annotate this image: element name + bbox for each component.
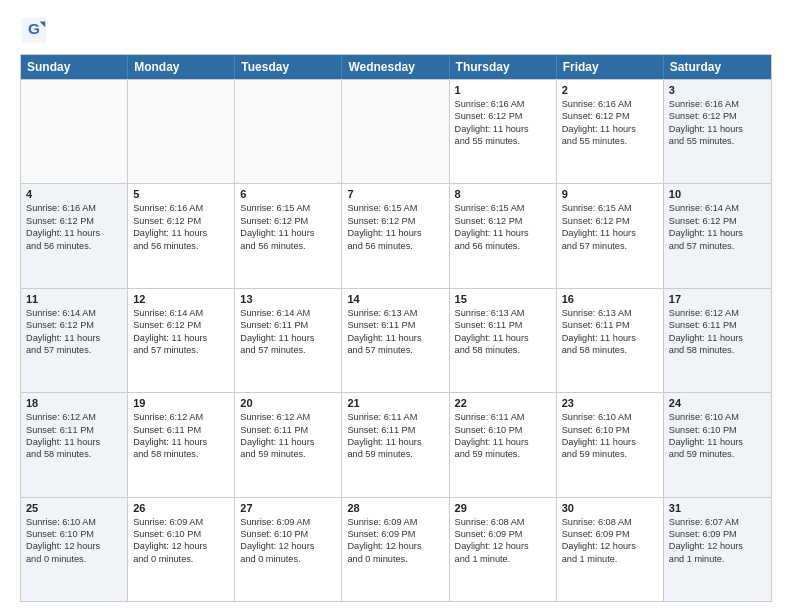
cell-info-line: and 57 minutes.	[562, 240, 658, 252]
day-number: 29	[455, 502, 551, 514]
cell-info-line: and 56 minutes.	[240, 240, 336, 252]
cell-info-line: Daylight: 11 hours	[455, 332, 551, 344]
cell-info-line: Sunset: 6:11 PM	[347, 424, 443, 436]
calendar-cell: 9Sunrise: 6:15 AMSunset: 6:12 PMDaylight…	[557, 184, 664, 287]
calendar-cell: 2Sunrise: 6:16 AMSunset: 6:12 PMDaylight…	[557, 80, 664, 183]
cell-info-line: Sunset: 6:10 PM	[669, 424, 766, 436]
calendar-cell: 19Sunrise: 6:12 AMSunset: 6:11 PMDayligh…	[128, 393, 235, 496]
page: G SundayMondayTuesdayWednesdayThursdayFr…	[0, 0, 792, 612]
cell-info-line: Daylight: 11 hours	[455, 436, 551, 448]
cell-info-line: and 58 minutes.	[669, 344, 766, 356]
cell-info-line: Daylight: 11 hours	[562, 123, 658, 135]
cell-info-line: Sunset: 6:11 PM	[240, 319, 336, 331]
calendar-cell: 23Sunrise: 6:10 AMSunset: 6:10 PMDayligh…	[557, 393, 664, 496]
calendar-body: 1Sunrise: 6:16 AMSunset: 6:12 PMDaylight…	[21, 79, 771, 601]
day-number: 21	[347, 397, 443, 409]
cell-info-line: Sunrise: 6:13 AM	[347, 307, 443, 319]
day-number: 10	[669, 188, 766, 200]
cell-info-line: Daylight: 12 hours	[562, 540, 658, 552]
day-number: 23	[562, 397, 658, 409]
cell-info-line: Sunset: 6:11 PM	[455, 319, 551, 331]
calendar-cell: 29Sunrise: 6:08 AMSunset: 6:09 PMDayligh…	[450, 498, 557, 601]
cell-info-line: and 57 minutes.	[240, 344, 336, 356]
calendar-week: 1Sunrise: 6:16 AMSunset: 6:12 PMDaylight…	[21, 79, 771, 183]
cell-info-line: Sunrise: 6:14 AM	[133, 307, 229, 319]
cell-info-line: Sunset: 6:11 PM	[26, 424, 122, 436]
cell-info-line: Sunset: 6:09 PM	[562, 528, 658, 540]
day-number: 4	[26, 188, 122, 200]
calendar-cell: 24Sunrise: 6:10 AMSunset: 6:10 PMDayligh…	[664, 393, 771, 496]
cell-info-line: Sunrise: 6:12 AM	[240, 411, 336, 423]
cell-info-line: Sunset: 6:12 PM	[455, 110, 551, 122]
day-number: 8	[455, 188, 551, 200]
cell-info-line: and 59 minutes.	[562, 448, 658, 460]
calendar-week: 18Sunrise: 6:12 AMSunset: 6:11 PMDayligh…	[21, 392, 771, 496]
cell-info-line: Sunset: 6:12 PM	[669, 110, 766, 122]
cell-info-line: Daylight: 11 hours	[455, 227, 551, 239]
day-number: 16	[562, 293, 658, 305]
cell-info-line: Daylight: 11 hours	[455, 123, 551, 135]
day-number: 13	[240, 293, 336, 305]
calendar-cell: 5Sunrise: 6:16 AMSunset: 6:12 PMDaylight…	[128, 184, 235, 287]
calendar-cell: 17Sunrise: 6:12 AMSunset: 6:11 PMDayligh…	[664, 289, 771, 392]
cell-info-line: Sunrise: 6:15 AM	[347, 202, 443, 214]
cell-info-line: Sunrise: 6:16 AM	[133, 202, 229, 214]
cell-info-line: and 0 minutes.	[133, 553, 229, 565]
cell-info-line: and 0 minutes.	[26, 553, 122, 565]
logo: G	[20, 16, 50, 44]
calendar-cell	[128, 80, 235, 183]
cell-info-line: Sunrise: 6:11 AM	[455, 411, 551, 423]
calendar-cell: 27Sunrise: 6:09 AMSunset: 6:10 PMDayligh…	[235, 498, 342, 601]
cell-info-line: and 56 minutes.	[347, 240, 443, 252]
calendar-cell: 22Sunrise: 6:11 AMSunset: 6:10 PMDayligh…	[450, 393, 557, 496]
day-number: 20	[240, 397, 336, 409]
cell-info-line: and 57 minutes.	[133, 344, 229, 356]
cell-info-line: Sunset: 6:12 PM	[562, 110, 658, 122]
day-number: 15	[455, 293, 551, 305]
calendar-cell: 13Sunrise: 6:14 AMSunset: 6:11 PMDayligh…	[235, 289, 342, 392]
cell-info-line: Sunset: 6:12 PM	[240, 215, 336, 227]
calendar-cell: 18Sunrise: 6:12 AMSunset: 6:11 PMDayligh…	[21, 393, 128, 496]
day-number: 26	[133, 502, 229, 514]
day-number: 19	[133, 397, 229, 409]
cell-info-line: Daylight: 11 hours	[133, 227, 229, 239]
calendar-cell: 15Sunrise: 6:13 AMSunset: 6:11 PMDayligh…	[450, 289, 557, 392]
calendar-cell: 11Sunrise: 6:14 AMSunset: 6:12 PMDayligh…	[21, 289, 128, 392]
calendar-cell: 4Sunrise: 6:16 AMSunset: 6:12 PMDaylight…	[21, 184, 128, 287]
cell-info-line: and 58 minutes.	[26, 448, 122, 460]
cell-info-line: Sunset: 6:09 PM	[669, 528, 766, 540]
calendar-cell	[21, 80, 128, 183]
cell-info-line: Sunrise: 6:08 AM	[455, 516, 551, 528]
cell-info-line: Sunrise: 6:15 AM	[562, 202, 658, 214]
cell-info-line: Sunrise: 6:13 AM	[455, 307, 551, 319]
weekday-header: Saturday	[664, 55, 771, 79]
cell-info-line: Sunrise: 6:14 AM	[240, 307, 336, 319]
day-number: 7	[347, 188, 443, 200]
cell-info-line: Daylight: 11 hours	[669, 436, 766, 448]
calendar-cell: 10Sunrise: 6:14 AMSunset: 6:12 PMDayligh…	[664, 184, 771, 287]
cell-info-line: Sunset: 6:10 PM	[562, 424, 658, 436]
day-number: 9	[562, 188, 658, 200]
calendar-week: 11Sunrise: 6:14 AMSunset: 6:12 PMDayligh…	[21, 288, 771, 392]
cell-info-line: Sunset: 6:12 PM	[455, 215, 551, 227]
cell-info-line: Sunrise: 6:09 AM	[240, 516, 336, 528]
cell-info-line: Sunrise: 6:09 AM	[347, 516, 443, 528]
day-number: 22	[455, 397, 551, 409]
cell-info-line: and 55 minutes.	[562, 135, 658, 147]
weekday-header: Tuesday	[235, 55, 342, 79]
cell-info-line: Sunset: 6:12 PM	[669, 215, 766, 227]
day-number: 12	[133, 293, 229, 305]
cell-info-line: and 58 minutes.	[455, 344, 551, 356]
cell-info-line: and 0 minutes.	[347, 553, 443, 565]
cell-info-line: and 56 minutes.	[133, 240, 229, 252]
cell-info-line: Sunrise: 6:08 AM	[562, 516, 658, 528]
cell-info-line: Daylight: 11 hours	[347, 227, 443, 239]
calendar-cell: 28Sunrise: 6:09 AMSunset: 6:09 PMDayligh…	[342, 498, 449, 601]
cell-info-line: and 55 minutes.	[669, 135, 766, 147]
day-number: 1	[455, 84, 551, 96]
cell-info-line: Daylight: 12 hours	[669, 540, 766, 552]
cell-info-line: and 57 minutes.	[347, 344, 443, 356]
cell-info-line: and 58 minutes.	[133, 448, 229, 460]
cell-info-line: Sunset: 6:12 PM	[26, 319, 122, 331]
cell-info-line: Daylight: 12 hours	[347, 540, 443, 552]
